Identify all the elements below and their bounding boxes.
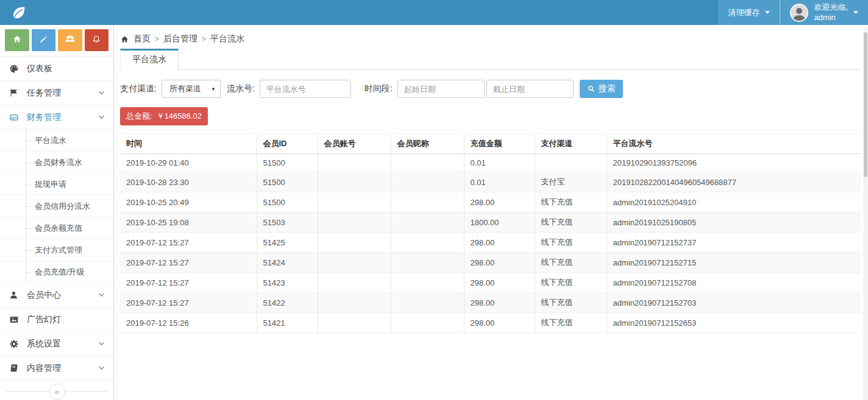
users-quick-button[interactable] [58,29,82,51]
total-amount-label: 总金额: [126,111,152,122]
sidebar-subitem-0[interactable]: 平台流水 [0,130,113,152]
sidebar-subitem-2[interactable]: 提现申请 [0,174,113,195]
table-cell: 2019-10-25 19:08 [120,212,257,233]
total-amount-value: ￥146586.02 [157,111,202,122]
users-icon [65,34,76,46]
chevron-down-icon [98,366,105,370]
table-cell: 线下充值 [535,233,607,253]
sidebar-subitem-4[interactable]: 会员余额充值 [0,217,113,239]
sidebar-subitem-1[interactable]: 会员财务流水 [0,152,113,174]
column-header-member-id: 会员ID [257,134,318,154]
table-cell: admin20190712152715 [607,253,861,273]
flow-table: 时间 会员ID 会员账号 会员昵称 充值金额 支付渠道 平台流水号 2019-1… [120,133,861,333]
start-date-input[interactable] [397,80,485,98]
logo-area[interactable] [0,0,114,25]
edit-quick-button[interactable] [32,29,56,51]
sidebar-item-dashboard[interactable]: 仪表板 [0,57,113,81]
sidebar-subitem-5[interactable]: 支付方式管理 [0,239,113,261]
sidebar-item-settings[interactable]: 系统设置 [0,332,113,356]
table-cell: admin20191025190805 [607,212,861,233]
search-button[interactable]: 搜索 [580,80,623,98]
table-row: 2019-10-29 01:40515000.01201910290139375… [120,154,861,172]
home-icon [120,35,129,44]
sidebar-item-ads[interactable]: 广告幻灯 [0,307,113,332]
sidebar-collapse-button[interactable]: « [49,384,65,400]
table-cell [391,154,464,172]
table-cell: 1800.00 [464,212,535,233]
sidebar-item-tasks[interactable]: 任务管理 [0,81,113,105]
table-row: 2019-10-25 19:08515031800.00线下充值admin201… [120,212,861,233]
table-row: 2019-07-12 15:2751423298.00线下充值admin2019… [120,273,861,293]
table-cell: 51422 [257,293,318,313]
table-cell [318,172,391,192]
table-cell: 线下充值 [535,313,607,333]
table-cell: 298.00 [464,313,535,333]
table-cell: 298.00 [464,293,535,313]
table-cell [391,172,464,192]
dashboard-icon [9,63,23,74]
table-cell [318,273,391,293]
quick-buttons-row [0,25,113,57]
channel-select-value: 所有渠道 [169,83,201,94]
breadcrumb-admin[interactable]: 后台管理 [163,33,197,44]
leaf-logo-icon [10,4,28,22]
sidebar-item-finance[interactable]: 财务管理 [0,105,113,130]
tab-bar: 平台流水 [120,50,861,70]
column-header-amount: 充值金额 [464,134,535,154]
search-button-label: 搜索 [599,83,616,94]
table-cell [391,293,464,313]
table-row: 2019-07-12 15:2751422298.00线下充值admin2019… [120,293,861,313]
notifications-quick-button[interactable] [85,29,109,51]
user-menu-button[interactable]: 欢迎光临, admin [780,0,868,25]
sidebar-item-label: 财务管理 [27,112,61,123]
vertical-scrollbar[interactable] [863,27,868,400]
table-cell: 支付宝 [535,172,607,192]
column-header-member-account: 会员账号 [318,134,391,154]
tab-platform-flow[interactable]: 平台流水 [120,49,179,70]
table-cell: admin20190712152703 [607,293,861,313]
book-icon [9,363,23,373]
chevron-down-icon [98,115,105,119]
table-cell: 线下充值 [535,212,607,233]
sidebar-item-content[interactable]: 内容管理 [0,356,113,381]
table-cell: 2019-07-12 15:27 [120,293,257,313]
column-header-pay-channel: 支付渠道 [535,134,607,154]
sidebar-subitem-3[interactable]: 会员信用分流水 [0,195,113,217]
table-cell: 298.00 [464,192,535,212]
breadcrumb-home[interactable]: 首页 [133,33,151,44]
table-row: 2019-07-12 15:2751425298.00线下充值admin2019… [120,233,861,253]
breadcrumb-separator: > [155,35,159,43]
table-cell: 0.01 [464,172,535,192]
sidebar: 仪表板 任务管理 财务管理 平台流水会员财务流水提现申请会员信用分流水会员余额充… [0,25,114,400]
table-cell: 线下充值 [535,293,607,313]
table-cell: 2019102901393752096 [607,154,861,172]
table-cell: 298.00 [464,253,535,273]
table-cell: 51421 [257,313,318,333]
sidebar-item-label: 仪表板 [27,63,52,74]
sn-input[interactable] [260,80,351,98]
table-cell: 2019-07-12 15:27 [120,273,257,293]
total-amount-badge: 总金额: ￥146586.02 [120,107,208,125]
home-quick-button[interactable] [5,29,29,51]
end-date-input[interactable] [486,80,574,98]
clear-cache-button[interactable]: 清理缓存 [718,0,780,25]
sidebar-subitem-6[interactable]: 会员充值/升级 [0,261,113,283]
search-icon [587,85,596,93]
chevron-down-icon [98,91,105,95]
scrollbar-thumb[interactable] [864,32,867,177]
caret-down-icon [765,11,770,14]
chevron-down-icon [98,342,105,346]
clear-cache-label: 清理缓存 [728,7,760,18]
sidebar-item-members[interactable]: 会员中心 [0,283,113,307]
navbar-right: 清理缓存 欢迎光临, admin [718,0,868,25]
sn-label: 流水号: [227,83,255,94]
avatar [790,4,808,22]
table-cell: 51500 [257,172,318,192]
table-cell [318,293,391,313]
select-caret-icon: ▼ [211,86,216,92]
gear-icon [9,339,23,349]
table-cell [391,233,464,253]
home-icon [12,34,22,46]
column-header-member-nickname: 会员昵称 [391,134,464,154]
channel-select[interactable]: 所有渠道 ▼ [162,80,221,98]
